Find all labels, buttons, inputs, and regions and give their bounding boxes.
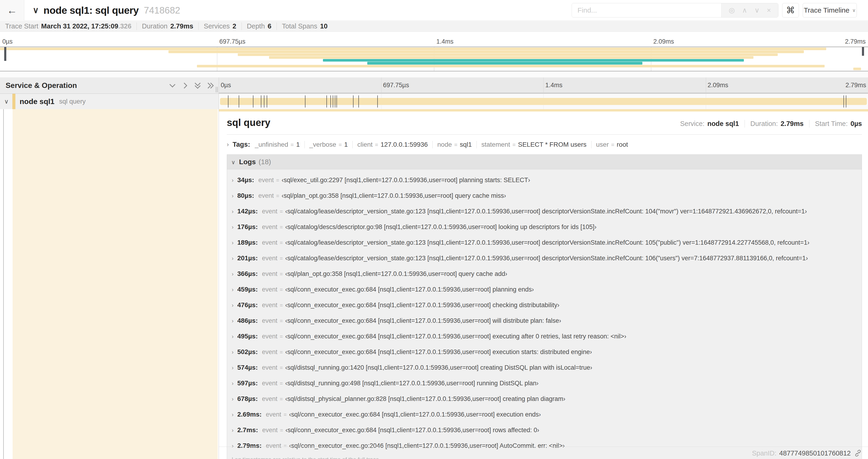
logs-list: ›34µs:event=‹sql/exec_util.go:2297 [nsql… <box>227 169 862 459</box>
tag-item: user=root <box>591 141 628 148</box>
log-entry[interactable]: ›678µs:event=‹sql/distsql_physical_plann… <box>227 391 862 406</box>
expand-log-icon[interactable]: › <box>232 177 234 184</box>
collapse-all-icon[interactable] <box>193 81 202 90</box>
expand-all-icon[interactable] <box>206 81 215 90</box>
meta-start-value: 0µs <box>850 120 862 128</box>
logs-accordion-header[interactable]: ∨ Logs (18) <box>227 155 862 169</box>
find-buttons: ◎ ∧ ∨ × <box>721 3 778 17</box>
log-entry[interactable]: ›486µs:event=‹sql/conn_executor_exec.go:… <box>227 313 862 328</box>
log-timestamp: 2.69ms: <box>237 411 261 418</box>
expand-one-icon[interactable] <box>180 81 190 90</box>
expand-log-icon[interactable]: › <box>232 365 234 371</box>
service-color-accent <box>12 94 16 109</box>
log-entry[interactable]: ›574µs:event=‹sql/distsql_running.go:142… <box>227 360 862 375</box>
log-timestamp: 2.7ms: <box>237 426 258 434</box>
expand-log-icon[interactable]: › <box>232 286 234 293</box>
tags-accordion[interactable]: › Tags: _unfinished=1 _verbose=1 client=… <box>227 141 862 148</box>
column-resizer[interactable] <box>216 87 219 92</box>
expand-log-icon[interactable]: › <box>232 193 234 199</box>
duration-label: Duration <box>142 22 167 30</box>
minimap-left-handle[interactable] <box>4 47 6 61</box>
tag-key: _verbose <box>309 141 336 148</box>
minimap-span-bar <box>367 62 642 64</box>
prev-match-icon[interactable]: ∧ <box>742 7 747 14</box>
trace-minimap[interactable] <box>0 47 868 71</box>
expand-log-icon[interactable]: › <box>232 349 234 355</box>
collapse-span-icon[interactable]: ∨ <box>4 98 9 105</box>
log-entry[interactable]: ›476µs:event=‹sql/conn_executor_exec.go:… <box>227 297 862 313</box>
meta-duration-value: 2.79ms <box>780 120 803 128</box>
focus-match-icon[interactable]: ◎ <box>729 7 735 14</box>
log-entry[interactable]: ›189µs:event=‹sql/catalog/lease/descript… <box>227 235 862 250</box>
log-text: event=‹sql/distsql_running.go:498 [nsql1… <box>262 380 538 387</box>
trace-view-dropdown[interactable]: Trace Timeline ∨ <box>803 3 857 18</box>
deep-link-icon[interactable] <box>854 449 862 457</box>
depth-label: Depth <box>247 22 265 30</box>
expand-log-icon[interactable]: › <box>232 208 234 215</box>
span-detail-panel: sql query Service: node sql1 Duration: 2… <box>219 109 868 459</box>
log-entry[interactable]: ›80µs:event=‹sql/plan_opt.go:358 [nsql1,… <box>227 188 862 203</box>
expand-log-icon[interactable]: › <box>232 302 234 308</box>
ruler-tick-label: 2.09ms <box>653 38 674 45</box>
log-entry[interactable]: ›2.69ms:event=‹sql/conn_executor_exec.go… <box>227 406 862 422</box>
equals-sign: = <box>375 141 378 148</box>
log-entry[interactable]: ›597µs:event=‹sql/distsql_running.go:498… <box>227 375 862 391</box>
log-entry[interactable]: ›502µs:event=‹sql/conn_executor_exec.go:… <box>227 344 862 360</box>
log-marker-tick <box>335 95 335 107</box>
minimap-span-bar <box>0 47 826 50</box>
expand-log-icon[interactable]: › <box>232 239 234 246</box>
span-id-row: SpanID: 4877749850101760812 <box>752 449 862 457</box>
expand-log-icon[interactable]: › <box>232 412 234 418</box>
expand-log-icon[interactable]: › <box>232 427 234 434</box>
service-operation-header: Service & Operation <box>0 77 219 94</box>
log-entry[interactable]: ›34µs:event=‹sql/exec_util.go:2297 [nsql… <box>227 172 862 188</box>
trace-view-label: Trace Timeline <box>804 6 849 14</box>
collapse-one-icon[interactable] <box>168 81 177 90</box>
expand-log-icon[interactable]: › <box>232 271 234 277</box>
clear-find-icon[interactable]: × <box>767 7 771 14</box>
next-match-icon[interactable]: ∨ <box>754 7 760 14</box>
tag-item: _verbose=1 <box>305 141 348 148</box>
span-row-timeline-cell[interactable] <box>219 94 868 109</box>
expand-log-icon[interactable]: › <box>232 380 234 387</box>
log-entry[interactable]: ›495µs:event=‹sql/conn_executor_exec.go:… <box>227 328 862 344</box>
expand-log-icon[interactable]: › <box>232 333 234 340</box>
logs-count: (18) <box>258 158 271 166</box>
span-id-value: 4877749850101760812 <box>779 450 851 457</box>
collapse-logs-icon[interactable]: ∨ <box>231 159 236 166</box>
log-entry[interactable]: ›366µs:event=‹sql/plan_opt.go:358 [nsql1… <box>227 266 862 282</box>
find-input[interactable] <box>572 3 721 17</box>
trace-summary-bar: Trace Start March 31 2022, 17:25:09 .326… <box>0 21 868 32</box>
minimap-span-bar <box>269 56 753 59</box>
log-entry[interactable]: ›2.7ms:event=‹sql/conn_executor_exec.go:… <box>227 422 862 438</box>
total-spans-value: 10 <box>320 22 328 30</box>
ruler-tick-label: 1.4ms <box>436 38 454 45</box>
collapse-trace-icon[interactable]: ∨ <box>33 5 39 15</box>
log-text: event=‹sql/distsql_physical_planner.go:8… <box>262 395 565 402</box>
expand-log-icon[interactable]: › <box>232 443 234 449</box>
log-entry[interactable]: ›142µs:event=‹sql/catalog/lease/descript… <box>227 203 862 219</box>
left-scrollbar[interactable] <box>3 109 4 459</box>
expand-tags-icon[interactable]: › <box>227 141 229 148</box>
log-text: event=‹sql/conn_executor_exec.go:684 [ns… <box>262 427 539 434</box>
expand-log-icon[interactable]: › <box>232 255 234 262</box>
tag-value: sql1 <box>460 141 472 148</box>
meta-start-label: Start Time: <box>815 120 848 128</box>
keyboard-shortcuts-button[interactable]: ⌘ <box>782 3 799 18</box>
total-spans-label: Total Spans <box>282 22 317 30</box>
equals-sign: = <box>611 141 614 148</box>
log-entry[interactable]: ›176µs:event=‹sql/catalog/descs/descript… <box>227 219 862 235</box>
expand-log-icon[interactable]: › <box>232 224 234 230</box>
span-row-service-cell[interactable]: ∨ node sql1 sql query <box>0 94 219 109</box>
minimap-right-handle[interactable] <box>862 47 864 56</box>
back-button[interactable]: ← <box>0 0 24 21</box>
log-marker-tick <box>333 95 333 107</box>
log-timestamp: 574µs: <box>237 364 258 371</box>
columns-header: Service & Operation 0µs 697.75µs 1.4ms 2… <box>0 77 868 94</box>
back-arrow-icon: ← <box>7 4 17 16</box>
logs-section: ∨ Logs (18) ›34µs:event=‹sql/exec_util.g… <box>227 154 862 459</box>
log-entry[interactable]: ›459µs:event=‹sql/conn_executor_exec.go:… <box>227 282 862 297</box>
log-entry[interactable]: ›201µs:event=‹sql/catalog/lease/descript… <box>227 250 862 266</box>
expand-log-icon[interactable]: › <box>232 318 234 324</box>
expand-log-icon[interactable]: › <box>232 396 234 402</box>
